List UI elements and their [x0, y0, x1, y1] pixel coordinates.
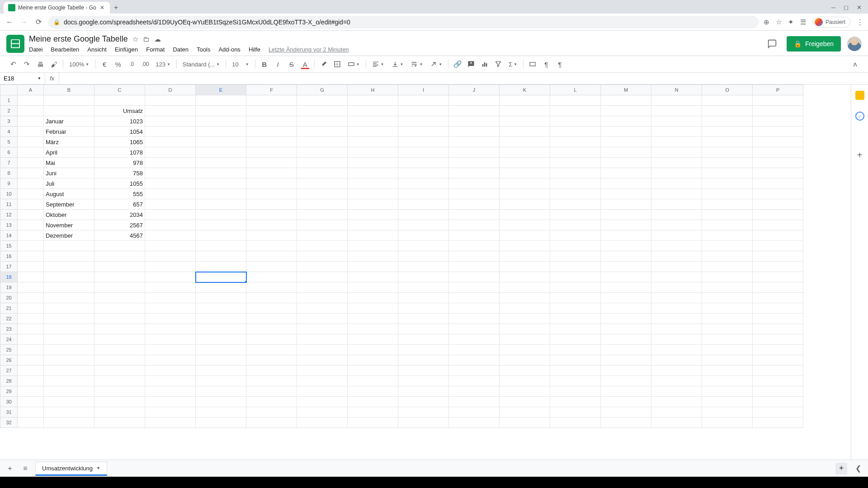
- cell-N11[interactable]: [651, 199, 702, 210]
- menu-format[interactable]: Format: [146, 46, 165, 53]
- cell-L31[interactable]: [550, 407, 601, 418]
- cell-P8[interactable]: [753, 168, 803, 178]
- cell-A7[interactable]: [18, 158, 44, 168]
- cell-B26[interactable]: [44, 355, 94, 366]
- cell-K11[interactable]: [500, 199, 550, 210]
- cell-G29[interactable]: [297, 386, 348, 397]
- cell-K1[interactable]: [500, 95, 550, 106]
- cell-E9[interactable]: [196, 178, 246, 189]
- cell-B17[interactable]: [44, 262, 94, 272]
- row-header-11[interactable]: 11: [0, 199, 18, 210]
- cell-E10[interactable]: [196, 189, 246, 199]
- cell-C2[interactable]: Umsatz: [94, 106, 145, 116]
- cell-H5[interactable]: [348, 137, 398, 147]
- cell-C18[interactable]: [94, 272, 145, 282]
- cell-A27[interactable]: [18, 366, 44, 376]
- cell-M18[interactable]: [601, 272, 651, 282]
- cell-L18[interactable]: [550, 272, 601, 282]
- collapse-toolbar-button[interactable]: ʌ: [849, 58, 861, 70]
- cell-O4[interactable]: [702, 127, 753, 137]
- row-header-10[interactable]: 10: [0, 189, 18, 199]
- cell-B22[interactable]: [44, 314, 94, 324]
- cell-A26[interactable]: [18, 355, 44, 366]
- corner-cell[interactable]: [0, 85, 18, 95]
- cell-C20[interactable]: [94, 293, 145, 303]
- col-header-A[interactable]: A: [18, 85, 44, 95]
- cell-N18[interactable]: [651, 272, 702, 282]
- cell-G12[interactable]: [297, 210, 348, 220]
- cell-J29[interactable]: [449, 386, 500, 397]
- cell-J9[interactable]: [449, 178, 500, 189]
- cell-H28[interactable]: [348, 376, 398, 386]
- wrap-dropdown[interactable]: ▼: [408, 61, 425, 68]
- cell-J8[interactable]: [449, 168, 500, 178]
- cell-H17[interactable]: [348, 262, 398, 272]
- menu-tools[interactable]: Tools: [197, 46, 210, 53]
- cell-M2[interactable]: [601, 106, 651, 116]
- cell-G28[interactable]: [297, 376, 348, 386]
- cell-E19[interactable]: [196, 282, 246, 293]
- cell-B30[interactable]: [44, 397, 94, 407]
- new-tab-button[interactable]: +: [110, 2, 123, 14]
- cell-P28[interactable]: [753, 376, 803, 386]
- paint-format-button[interactable]: 🖌: [48, 58, 60, 70]
- cell-K22[interactable]: [500, 314, 550, 324]
- cell-I24[interactable]: [398, 334, 449, 345]
- col-header-G[interactable]: G: [297, 85, 348, 95]
- cell-P24[interactable]: [753, 334, 803, 345]
- cell-D12[interactable]: [145, 210, 196, 220]
- cell-L11[interactable]: [550, 199, 601, 210]
- cell-F14[interactable]: [246, 230, 297, 241]
- cell-F10[interactable]: [246, 189, 297, 199]
- cell-F16[interactable]: [246, 251, 297, 262]
- cell-K9[interactable]: [500, 178, 550, 189]
- cell-A24[interactable]: [18, 334, 44, 345]
- cell-L1[interactable]: [550, 95, 601, 106]
- col-header-C[interactable]: C: [94, 85, 145, 95]
- cell-A20[interactable]: [18, 293, 44, 303]
- cell-C17[interactable]: [94, 262, 145, 272]
- cell-F24[interactable]: [246, 334, 297, 345]
- cell-E17[interactable]: [196, 262, 246, 272]
- cell-I13[interactable]: [398, 220, 449, 230]
- cell-O3[interactable]: [702, 116, 753, 127]
- url-box[interactable]: 🔒 docs.google.com/spreadsheets/d/1D9UyOE…: [48, 16, 759, 28]
- cell-P16[interactable]: [753, 251, 803, 262]
- cell-N24[interactable]: [651, 334, 702, 345]
- cell-N21[interactable]: [651, 303, 702, 314]
- cell-C14[interactable]: 4567: [94, 230, 145, 241]
- cell-O19[interactable]: [702, 282, 753, 293]
- number-format-dropdown[interactable]: 123▼: [153, 61, 173, 68]
- functions-dropdown[interactable]: Σ▼: [506, 61, 520, 68]
- link-button[interactable]: 🔗: [452, 58, 463, 70]
- cell-I22[interactable]: [398, 314, 449, 324]
- cell-H14[interactable]: [348, 230, 398, 241]
- cell-G31[interactable]: [297, 407, 348, 418]
- menu-data[interactable]: Daten: [173, 46, 189, 53]
- zoom-dropdown[interactable]: 100%▼: [66, 61, 92, 68]
- cell-J4[interactable]: [449, 127, 500, 137]
- cell-F13[interactable]: [246, 220, 297, 230]
- cell-M16[interactable]: [601, 251, 651, 262]
- cell-M3[interactable]: [601, 116, 651, 127]
- cell-C25[interactable]: [94, 345, 145, 355]
- strikethrough-button[interactable]: S: [286, 58, 297, 70]
- cell-J13[interactable]: [449, 220, 500, 230]
- col-header-D[interactable]: D: [145, 85, 196, 95]
- cell-G3[interactable]: [297, 116, 348, 127]
- row-header-3[interactable]: 3: [0, 116, 18, 127]
- cell-P32[interactable]: [753, 418, 803, 428]
- cell-H25[interactable]: [348, 345, 398, 355]
- filter-button[interactable]: [492, 58, 504, 70]
- cell-J22[interactable]: [449, 314, 500, 324]
- cell-P23[interactable]: [753, 324, 803, 334]
- cell-J7[interactable]: [449, 158, 500, 168]
- chevron-down-icon[interactable]: ▼: [38, 76, 41, 80]
- back-button[interactable]: ←: [5, 17, 14, 27]
- cell-E28[interactable]: [196, 376, 246, 386]
- cell-E29[interactable]: [196, 386, 246, 397]
- cell-E11[interactable]: [196, 199, 246, 210]
- row-header-8[interactable]: 8: [0, 168, 18, 178]
- row-header-29[interactable]: 29: [0, 386, 18, 397]
- cell-A3[interactable]: [18, 116, 44, 127]
